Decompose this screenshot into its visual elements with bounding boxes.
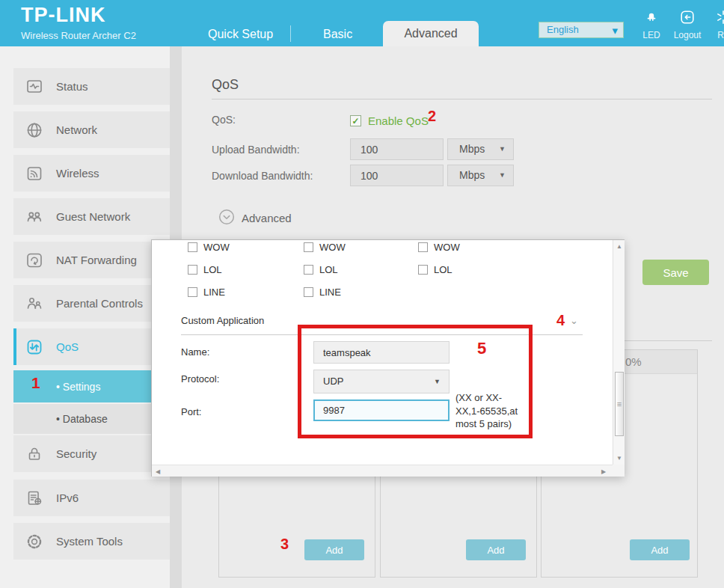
led-button[interactable]: LED <box>635 9 668 40</box>
app-checkbox-row: LINE <box>304 287 341 298</box>
scroll-right-icon[interactable]: ▶ <box>601 468 606 475</box>
save-button[interactable]: Save <box>642 260 709 285</box>
guest-network-icon <box>25 208 43 226</box>
scroll-down-icon[interactable]: ▼ <box>616 455 622 462</box>
scroll-left-icon[interactable]: ◀ <box>156 468 160 475</box>
app-checkbox-label: WOW <box>434 242 460 253</box>
nav-advanced-tab[interactable]: Advanced <box>383 21 479 46</box>
ipv6-icon <box>25 489 43 507</box>
logout-label: Logout <box>671 30 704 40</box>
nav-quick-setup[interactable]: Quick Setup <box>208 28 273 41</box>
custom-application-divider <box>181 334 583 335</box>
enable-qos-checkbox[interactable]: ✓ <box>350 115 361 126</box>
checkbox[interactable] <box>188 287 197 297</box>
download-unit-select[interactable]: Mbps ▼ <box>447 165 514 186</box>
language-value: English <box>547 24 579 35</box>
sidebar-item-system-tools[interactable]: System Tools <box>13 523 170 560</box>
add-button[interactable]: Add <box>630 539 690 560</box>
sidebar-subitem-label: • Settings <box>56 381 100 393</box>
horizontal-scrollbar[interactable]: ◀ ▶ <box>152 465 613 477</box>
enable-qos-label: Enable QoS <box>368 114 429 127</box>
app-checkbox-label: WOW <box>203 242 230 253</box>
port-hint-line: XX,1-65535,at <box>455 405 526 418</box>
triangle-down-icon: ▼ <box>499 139 506 159</box>
protocol-label: Protocol: <box>181 373 219 385</box>
checkbox[interactable] <box>304 265 313 275</box>
checkbox[interactable] <box>188 242 197 252</box>
advanced-toggle[interactable]: Advanced <box>218 209 292 227</box>
sidebar-item-wireless[interactable]: Wireless <box>13 155 170 192</box>
router-model-subtitle: Wireless Router Archer C2 <box>21 30 136 41</box>
triangle-down-icon: ▼ <box>499 165 506 186</box>
sidebar-item-security[interactable]: Security <box>13 435 170 472</box>
lock-icon <box>25 445 43 463</box>
name-label: Name: <box>181 346 209 358</box>
app-checkbox-label: LOL <box>203 264 222 275</box>
app-checkbox-row: LOL <box>188 264 222 275</box>
app-checkbox-label: LOL <box>319 264 338 275</box>
reboot-label: Re <box>707 30 724 40</box>
add-button[interactable]: Add <box>304 539 364 560</box>
upload-unit-value: Mbps <box>459 143 485 155</box>
sidebar-item-label: Wireless <box>56 167 99 180</box>
checkbox[interactable] <box>188 265 197 275</box>
download-unit-value: Mbps <box>459 169 485 181</box>
sidebar-item-nat-forwarding[interactable]: NAT Forwarding <box>13 242 170 278</box>
protocol-value: UDP <box>323 376 343 387</box>
upload-bandwidth-input[interactable] <box>350 138 444 160</box>
vertical-scrollbar-thumb[interactable]: ≡ <box>615 372 624 436</box>
checkbox[interactable] <box>418 242 428 252</box>
port-hint-line: (XX or XX- <box>455 391 526 405</box>
app-checkbox-label: LINE <box>319 287 341 298</box>
upload-unit-select[interactable]: Mbps ▼ <box>447 138 514 160</box>
protocol-select[interactable]: UDP ▼ <box>313 370 450 393</box>
app-checkbox-label: LINE <box>203 287 225 298</box>
checkbox[interactable] <box>304 242 313 252</box>
app-checkbox-row: WOW <box>304 242 346 253</box>
app-checkbox-row: LOL <box>418 264 452 275</box>
nav-basic[interactable]: Basic <box>323 28 352 41</box>
scrollbar-corner <box>613 465 625 477</box>
active-indicator-bar <box>13 328 16 365</box>
vertical-scrollbar[interactable]: ▲ ≡ ▼ <box>613 240 625 465</box>
annotation-4: 4 <box>556 312 565 329</box>
language-select[interactable]: English ▾ <box>539 22 624 38</box>
globe-icon <box>25 121 43 139</box>
logout-icon <box>679 15 696 28</box>
app-checkbox-row: LOL <box>304 264 338 275</box>
sidebar-subitem-database[interactable]: • Database <box>13 404 170 434</box>
add-button[interactable]: Add <box>466 539 526 560</box>
app-checkbox-row: WOW <box>418 242 460 253</box>
sidebar-item-network[interactable]: Network <box>13 111 170 148</box>
status-icon <box>25 78 43 96</box>
checkbox[interactable] <box>304 287 313 297</box>
app-checkbox-row: LINE <box>188 287 225 298</box>
checkbox[interactable] <box>418 265 428 275</box>
app-checkbox-label: WOW <box>319 242 346 253</box>
download-bandwidth-input[interactable] <box>350 165 444 186</box>
sidebar-item-label: Status <box>56 80 88 93</box>
reboot-icon <box>715 15 724 28</box>
logout-button[interactable]: Logout <box>671 9 704 40</box>
nav-separator <box>290 25 291 42</box>
sidebar-item-ipv6[interactable]: IPv6 <box>13 480 170 516</box>
port-input[interactable] <box>313 399 450 421</box>
annotation-3: 3 <box>280 536 289 553</box>
reboot-button[interactable]: Re <box>707 9 724 40</box>
sidebar-item-parental-controls[interactable]: Parental Controls <box>13 285 170 322</box>
scroll-up-icon[interactable]: ▲ <box>616 243 622 250</box>
gear-icon <box>25 533 43 551</box>
sidebar-item-status[interactable]: Status <box>13 68 170 105</box>
collapse-chevron-icon[interactable]: ⌄ <box>570 315 578 326</box>
sidebar-item-label: NAT Forwarding <box>56 254 137 266</box>
sidebar-item-qos[interactable]: QoS <box>13 328 170 365</box>
annotation-2: 2 <box>428 108 436 125</box>
page-title: QoS <box>212 77 239 93</box>
app-checkbox-row: WOW <box>188 242 230 253</box>
qos-icon <box>25 338 43 356</box>
sidebar-item-guest-network[interactable]: Guest Network <box>13 198 170 235</box>
checkmark-icon: ✓ <box>352 116 359 126</box>
name-input[interactable] <box>313 341 450 364</box>
parental-controls-icon <box>25 295 43 313</box>
port-hint: (XX or XX- XX,1-65535,at most 5 pairs) <box>455 391 526 431</box>
